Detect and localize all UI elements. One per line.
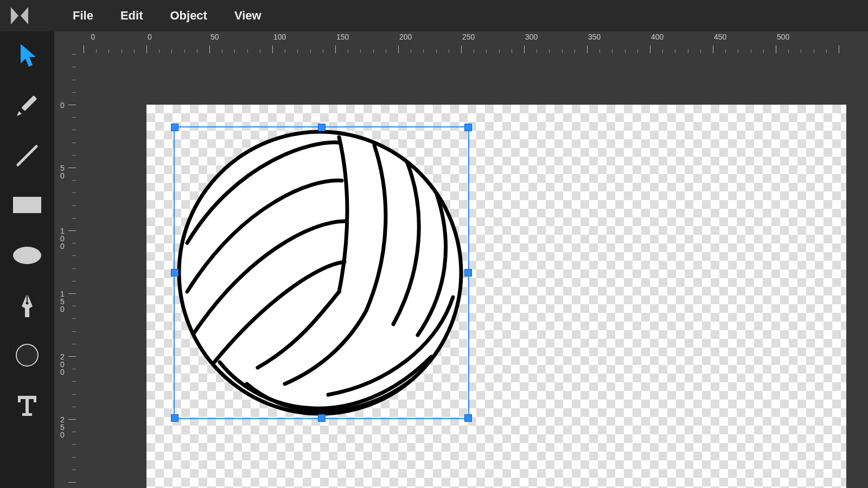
ruler-v-label: 0 xyxy=(59,431,66,439)
menu-edit[interactable]: Edit xyxy=(120,9,143,23)
ruler-h-label: 350 xyxy=(588,33,601,41)
ruler-horizontal[interactable]: 0050100150200250300350400450500 xyxy=(76,31,868,53)
selection-box[interactable] xyxy=(174,126,469,419)
ruler-v-label: 0 xyxy=(59,361,66,368)
select-tool[interactable] xyxy=(11,40,43,72)
canvas-viewport[interactable] xyxy=(76,53,868,488)
ruler-v-label: 0 xyxy=(59,172,66,179)
selection-handle-bot-right[interactable] xyxy=(464,414,472,422)
ruler-v-label: 0 xyxy=(59,235,66,242)
ruler-corner xyxy=(54,31,76,53)
selection-handle-top-mid[interactable] xyxy=(318,124,326,131)
app-logo-icon xyxy=(10,6,29,25)
menu-view[interactable]: View xyxy=(234,9,261,23)
ruler-h-label: 200 xyxy=(399,33,412,41)
svg-rect-13 xyxy=(18,396,21,402)
ruler-v-label: 5 xyxy=(59,298,66,305)
menu-object[interactable]: Object xyxy=(170,9,207,23)
selection-handle-mid-right[interactable] xyxy=(464,269,472,277)
ruler-v-label: 2 xyxy=(59,416,66,423)
svg-rect-8 xyxy=(25,309,29,317)
ruler-h-label: 0 xyxy=(91,33,95,41)
svg-marker-0 xyxy=(11,7,18,24)
svg-marker-2 xyxy=(21,44,36,67)
ruler-h-label: 500 xyxy=(777,33,789,41)
ruler-v-label: 5 xyxy=(59,164,66,172)
svg-line-5 xyxy=(18,146,36,165)
svg-rect-3 xyxy=(21,95,37,111)
ruler-h-label: 100 xyxy=(273,33,286,41)
selection-handle-top-right[interactable] xyxy=(464,124,472,131)
ruler-v-label: 0 xyxy=(59,368,66,376)
ruler-h-label: 0 xyxy=(148,33,152,41)
menu-items: File Edit Object View xyxy=(73,9,261,23)
pencil-tool[interactable] xyxy=(11,89,43,122)
line-tool[interactable] xyxy=(11,139,43,172)
app-root: File Edit Object View xyxy=(0,0,868,488)
ruler-h-label: 50 xyxy=(210,33,219,41)
ruler-h-label: 250 xyxy=(462,33,475,41)
svg-rect-16 xyxy=(22,413,32,416)
menu-file[interactable]: File xyxy=(73,9,93,23)
ruler-h-label: 150 xyxy=(336,33,349,41)
pen-tool[interactable] xyxy=(11,289,43,322)
selection-handle-bot-mid[interactable] xyxy=(318,414,326,422)
brush-tool[interactable] xyxy=(11,339,43,371)
svg-point-7 xyxy=(13,247,41,264)
svg-rect-6 xyxy=(13,197,41,213)
ruler-v-label: 1 xyxy=(59,290,66,298)
ruler-v-label: 2 xyxy=(59,353,66,361)
main-area: 0050100150200250300350400450500 05010015… xyxy=(0,31,868,488)
svg-point-11 xyxy=(16,344,38,366)
canvas[interactable] xyxy=(146,105,846,488)
ruler-vertical[interactable]: 050100150200250 xyxy=(54,53,76,488)
ruler-v-label: 0 xyxy=(59,305,66,313)
work-area: 0050100150200250300350400450500 05010015… xyxy=(54,31,868,488)
ruler-v-label: 0 xyxy=(59,242,66,250)
selection-handle-top-left[interactable] xyxy=(171,124,178,131)
svg-rect-14 xyxy=(34,396,36,402)
svg-marker-4 xyxy=(17,111,22,116)
svg-marker-1 xyxy=(21,7,28,24)
text-tool[interactable] xyxy=(11,389,43,421)
rectangle-tool[interactable] xyxy=(11,189,43,222)
toolbar xyxy=(0,31,54,488)
selection-handle-bot-left[interactable] xyxy=(171,414,178,422)
selection-handle-mid-left[interactable] xyxy=(171,269,178,277)
ruler-h-label: 300 xyxy=(525,33,538,41)
ruler-v-label: 5 xyxy=(59,423,66,431)
ruler-v-label: 1 xyxy=(59,227,66,235)
svg-rect-15 xyxy=(25,397,29,415)
menu-bar: File Edit Object View xyxy=(0,0,868,31)
ruler-v-label: 0 xyxy=(59,101,66,109)
ellipse-tool[interactable] xyxy=(11,239,43,272)
ruler-h-label: 400 xyxy=(651,33,663,41)
ruler-h-label: 450 xyxy=(714,33,726,41)
